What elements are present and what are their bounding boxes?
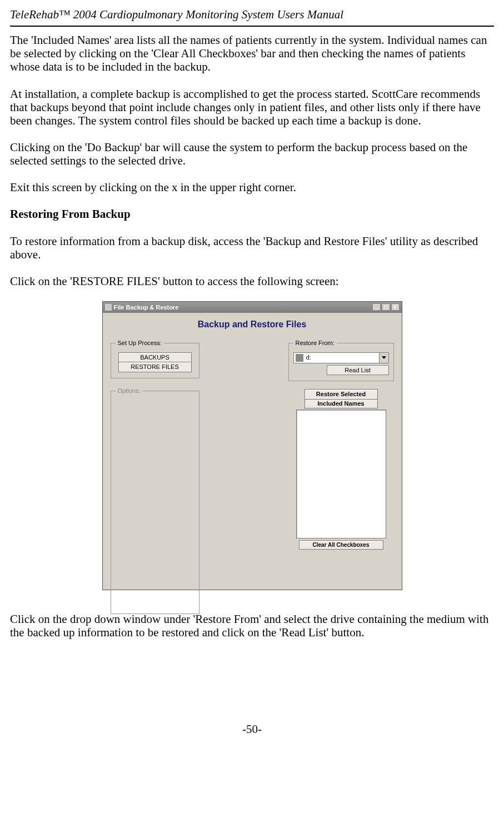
paragraph-2: At installation, a complete backup is ac… [10,87,494,127]
drive-value: d: [305,354,379,361]
drive-dropdown[interactable]: d: [293,352,389,363]
left-column: Set Up Process: BACKUPS RESTORE FILES Op… [111,340,199,614]
restore-from-label: Restore From: [293,340,337,347]
options-group: Options: [111,387,199,614]
paragraph-3: Clicking on the 'Do Backup' bar will cau… [10,141,494,167]
minimize-button[interactable]: _ [372,303,381,311]
section-heading: Restoring From Backup [10,207,494,221]
paragraph-5: To restore information from a backup dis… [10,235,494,261]
right-column: Restore From: d: Read List Restore Selec… [288,340,394,550]
setup-group: Set Up Process: BACKUPS RESTORE FILES [111,340,199,378]
window-body: Backup and Restore Files Set Up Process:… [103,313,402,590]
restore-from-group: Restore From: d: Read List [288,340,394,381]
drive-icon [296,354,303,362]
window-title: File Backup & Restore [114,304,179,311]
setup-label: Set Up Process: [116,340,164,347]
included-names-list[interactable] [296,410,386,538]
read-list-button[interactable]: Read List [327,365,389,376]
restore-selected-button[interactable]: Restore Selected [305,389,378,400]
included-names-header: Included Names [305,400,378,408]
app-icon [105,304,112,311]
restore-selected-area: Restore Selected Included Names Clear Al… [288,389,394,550]
page-header: TeleRehab™ 2004 Cardiopulmonary Monitori… [10,8,494,27]
paragraph-1: The 'Included Names' area lists all the … [10,33,494,73]
options-label: Options: [116,387,143,395]
paragraph-7: Click on the drop down window under 'Res… [10,612,494,639]
maximize-button[interactable]: □ [382,303,390,311]
screenshot-figure: File Backup & Restore _ □ × Backup and R… [102,301,402,590]
paragraph-4: Exit this screen by clicking on the x in… [10,181,494,194]
restore-files-button[interactable]: RESTORE FILES [118,362,192,372]
clear-all-checkboxes-button[interactable]: Clear All Checkboxes [299,540,383,550]
close-button[interactable]: × [391,303,400,311]
backups-button[interactable]: BACKUPS [118,352,192,363]
dialog-title: Backup and Restore Files [107,320,397,330]
app-window: File Backup & Restore _ □ × Backup and R… [102,301,402,590]
paragraph-6: Click on the 'RESTORE FILES' button to a… [10,275,494,288]
header-title: TeleRehab™ 2004 Cardiopulmonary Monitori… [10,8,343,21]
titlebar[interactable]: File Backup & Restore _ □ × [103,302,402,313]
chevron-down-icon[interactable] [379,353,388,363]
page-number: -50- [10,722,494,736]
